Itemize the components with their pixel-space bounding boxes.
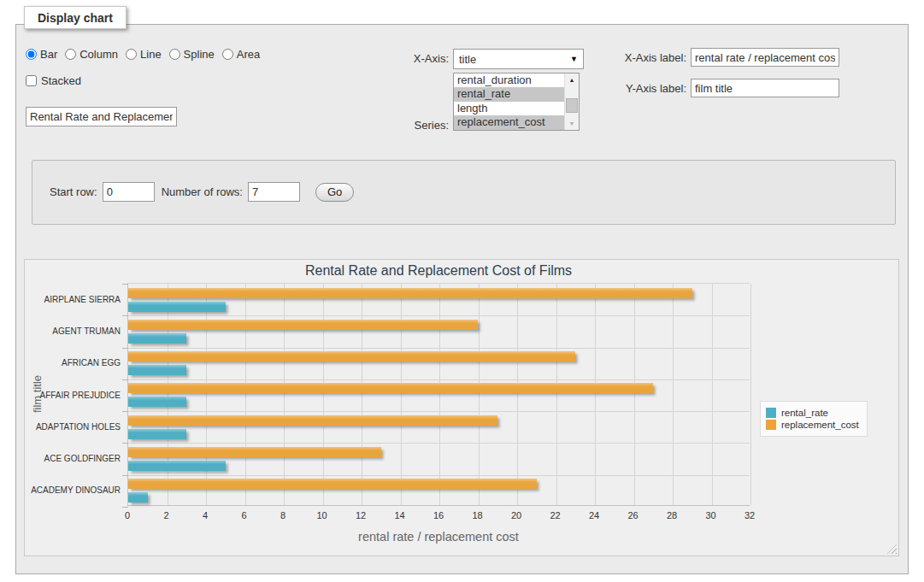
category-label: ACE GOLDFINGER bbox=[25, 454, 121, 463]
series-option-length[interactable]: length bbox=[454, 102, 564, 115]
stacked-label: Stacked bbox=[41, 74, 81, 87]
scrollbar-thumb[interactable] bbox=[566, 98, 578, 113]
stacked-checkbox-row[interactable]: Stacked bbox=[26, 74, 81, 87]
chart-type-radio-bar[interactable] bbox=[26, 49, 37, 60]
gridline-vertical bbox=[712, 284, 713, 505]
bar-rental_rate bbox=[128, 333, 186, 344]
legend-label: rental_rate bbox=[781, 408, 828, 418]
legend-item-replacement_cost[interactable]: replacement_cost bbox=[766, 420, 859, 430]
gridline-vertical bbox=[168, 284, 168, 505]
category-label: ADAPTATION HOLES bbox=[25, 422, 121, 432]
chart-title: Rental Rate and Replacement Cost of Film… bbox=[127, 263, 750, 279]
row-range-panel: Start row: Number of rows: Go bbox=[32, 160, 896, 225]
num-rows-label: Number of rows: bbox=[162, 185, 243, 198]
gridline-vertical bbox=[245, 284, 246, 505]
x-axis-select[interactable]: title ▼ bbox=[453, 49, 584, 69]
y-axis-tick bbox=[122, 284, 128, 285]
gridline-vertical bbox=[595, 284, 596, 505]
bar-replacement_cost bbox=[128, 415, 497, 426]
legend-label: replacement_cost bbox=[781, 420, 859, 430]
category-label: AGENT TRUMAN bbox=[25, 326, 121, 336]
chart-category-labels: AIRPLANE SIERRAAGENT TRUMANAFRICAN EGGAF… bbox=[25, 283, 121, 506]
gridline-horizontal bbox=[128, 475, 750, 476]
x-axis-tick-label: 24 bbox=[581, 510, 607, 520]
x-axis-tick-label: 32 bbox=[737, 510, 762, 520]
chart-type-option-label: Spline bbox=[184, 48, 215, 61]
series-listbox[interactable]: rental_durationrental_ratelengthreplacem… bbox=[453, 73, 580, 131]
category-label: AIRPLANE SIERRA bbox=[25, 295, 121, 304]
bar-rental_rate bbox=[128, 492, 148, 503]
gridline-vertical bbox=[401, 284, 402, 505]
gridline-vertical bbox=[284, 284, 285, 505]
chart-type-radio-column[interactable] bbox=[65, 49, 76, 60]
chart-type-radio-line[interactable] bbox=[126, 49, 137, 60]
gridline-vertical bbox=[323, 284, 324, 505]
series-option-rental_rate[interactable]: rental_rate bbox=[454, 87, 564, 101]
bar-rental_rate bbox=[128, 302, 226, 312]
x-axis-tick-label: 28 bbox=[659, 510, 685, 520]
y-axis-tick bbox=[122, 443, 128, 444]
legend-item-rental_rate[interactable]: rental_rate bbox=[766, 408, 859, 418]
start-row-label: Start row: bbox=[50, 185, 97, 198]
y-axis-tick bbox=[122, 348, 128, 349]
y-axis-tick bbox=[122, 507, 128, 508]
gridline-horizontal bbox=[128, 411, 750, 412]
chart-type-radio-area[interactable] bbox=[222, 49, 233, 60]
chart-type-option-label: Line bbox=[140, 48, 162, 61]
chart-type-option-label: Area bbox=[237, 48, 260, 61]
chart-type-option-column[interactable]: Column bbox=[65, 48, 118, 61]
bar-replacement_cost bbox=[128, 447, 381, 457]
gridline-vertical bbox=[362, 284, 362, 505]
y-axis-label-input[interactable] bbox=[691, 79, 839, 97]
chart-title-input[interactable] bbox=[26, 107, 177, 126]
legend-swatch-icon bbox=[766, 408, 776, 418]
chart-type-radio-spline[interactable] bbox=[169, 49, 180, 60]
bar-replacement_cost bbox=[128, 288, 692, 298]
chart-type-option-label: Column bbox=[79, 48, 118, 61]
category-label: AFFAIR PREJUDICE bbox=[25, 391, 121, 400]
chart-type-option-bar[interactable]: Bar bbox=[26, 48, 57, 61]
dropdown-arrow-icon: ▼ bbox=[570, 55, 578, 63]
gridline-vertical bbox=[206, 284, 207, 505]
y-axis-tick bbox=[122, 379, 128, 380]
x-axis-tick-label: 6 bbox=[232, 510, 257, 520]
bar-replacement_cost bbox=[128, 351, 575, 362]
chart-x-axis-title: rental rate / replacement cost bbox=[127, 530, 750, 544]
scroll-down-icon[interactable]: ▼ bbox=[565, 117, 579, 130]
x-axis-tick-label: 18 bbox=[465, 510, 491, 520]
fieldset-legend: Display chart bbox=[24, 6, 127, 29]
chart-type-option-line[interactable]: Line bbox=[126, 48, 162, 61]
series-scrollbar[interactable]: ▲ ▼ bbox=[564, 73, 579, 130]
gridline-vertical bbox=[634, 284, 635, 505]
y-axis-label-label: Y-Axis label: bbox=[609, 82, 686, 95]
x-axis-tick-label: 2 bbox=[154, 510, 180, 520]
chart-container: Rental Rate and Replacement Cost of Film… bbox=[24, 259, 899, 556]
x-axis-tick-label: 30 bbox=[698, 510, 724, 520]
series-option-rental_duration[interactable]: rental_duration bbox=[454, 73, 564, 87]
num-rows-input[interactable] bbox=[248, 182, 300, 202]
bar-rental_rate bbox=[128, 429, 186, 439]
x-axis-tick-label: 10 bbox=[309, 510, 335, 520]
chart-type-option-spline[interactable]: Spline bbox=[169, 48, 215, 61]
x-axis-label-input[interactable] bbox=[691, 48, 839, 67]
start-row-input[interactable] bbox=[103, 182, 155, 202]
x-axis-tick-label: 0 bbox=[115, 510, 140, 520]
x-axis-tick-label: 20 bbox=[503, 510, 529, 520]
bar-rental_rate bbox=[128, 397, 186, 407]
gridline-vertical bbox=[556, 284, 557, 505]
category-label: AFRICAN EGG bbox=[25, 358, 121, 367]
series-options: rental_durationrental_ratelengthreplacem… bbox=[454, 73, 564, 130]
chart-legend: rental_ratereplacement_cost bbox=[760, 401, 868, 437]
gridline-vertical bbox=[673, 284, 674, 505]
go-button[interactable]: Go bbox=[315, 183, 354, 202]
scroll-up-icon[interactable]: ▲ bbox=[565, 73, 579, 86]
resize-handle-icon[interactable] bbox=[887, 544, 897, 554]
y-axis-tick bbox=[122, 315, 128, 316]
stacked-checkbox[interactable] bbox=[26, 75, 37, 86]
series-option-replacement_cost[interactable]: replacement_cost bbox=[454, 115, 564, 129]
chart-plot-area bbox=[127, 283, 750, 506]
gridline-vertical bbox=[439, 284, 440, 505]
y-axis-tick bbox=[122, 411, 128, 412]
gridline-vertical bbox=[750, 284, 751, 505]
chart-type-option-area[interactable]: Area bbox=[222, 48, 260, 61]
